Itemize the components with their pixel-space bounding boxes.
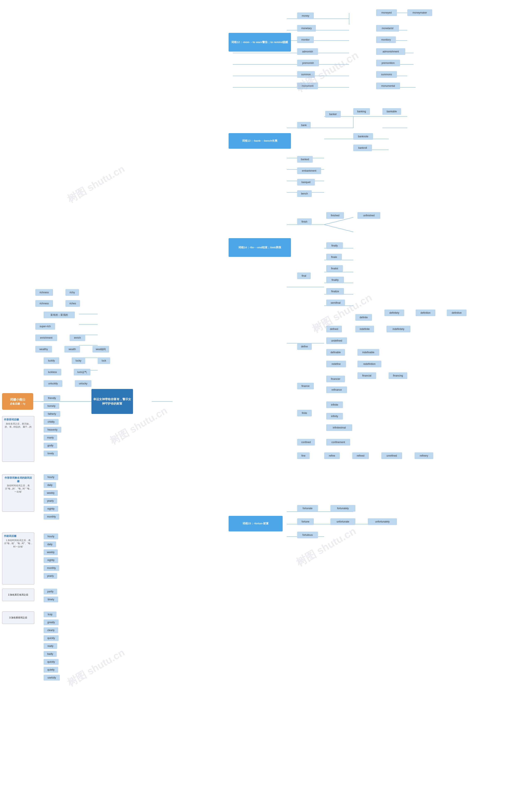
- banknote-label: banknote: [358, 135, 368, 138]
- financing-node: financing: [388, 372, 407, 379]
- root15-node: 词根15：-fortun-财富: [229, 516, 283, 531]
- unrefined-node: unrefined: [381, 453, 402, 459]
- lovely-label: lovely: [48, 452, 54, 455]
- root13-label: 词根13：-bank-→bench长凳: [242, 139, 278, 143]
- finished-label: finished: [331, 214, 339, 217]
- admonishment-label: admonishment: [383, 50, 399, 53]
- finalist-node: finalist: [326, 265, 343, 272]
- indefinite-node: indefinite: [355, 326, 374, 332]
- nightly1-node: nightly: [44, 506, 58, 512]
- root-label: 词缀小能士: [10, 397, 25, 402]
- finish-node: finish: [297, 218, 312, 225]
- finish-label: finish: [302, 220, 307, 224]
- moneymaker-label: moneymaker: [413, 11, 427, 15]
- monitory-node: monitory: [376, 36, 396, 43]
- bench-node: bench: [297, 190, 312, 197]
- indefinable-label: indefinable: [362, 351, 374, 354]
- watermark-overlay: 树图 shutu.cn 树图 shutu.cn 树图 shutu.cn 树图 s…: [0, 0, 532, 806]
- indefinitely-label: indefinitely: [393, 327, 404, 331]
- homely-label: homely: [48, 404, 56, 408]
- suffix-ly-title: 作形容词后缀: [4, 418, 19, 421]
- richy-node: richy: [65, 289, 79, 296]
- fortunate-node: fortunate: [297, 505, 318, 512]
- definitive-node: definitive: [447, 310, 467, 316]
- finance-node: finance: [297, 383, 314, 389]
- fine-node: fine: [297, 453, 310, 459]
- moneymaker-node: moneymaker: [407, 10, 432, 16]
- banking-node: banking: [353, 108, 370, 115]
- clearly-label: clearly: [48, 628, 55, 632]
- truly-node: truly: [44, 611, 57, 617]
- refinance-label: refinance: [331, 388, 342, 392]
- luckily-label: luckily: [48, 359, 55, 363]
- summon-node: summon: [297, 71, 315, 78]
- fortunately-label: fortunately: [337, 507, 349, 510]
- indefinitely-node: indefinitely: [386, 326, 411, 332]
- luck2-label: luck: [102, 359, 106, 363]
- badly-node: badly: [44, 651, 57, 657]
- finite-node: finite: [297, 410, 312, 417]
- luckless-label: luckless: [48, 370, 57, 374]
- premonish-node: premonish: [297, 60, 319, 66]
- monument-label: monument: [302, 84, 314, 88]
- fortunately-node: fortunately: [330, 505, 355, 512]
- quickly1-label: quickly: [48, 637, 55, 640]
- banker-node: banker: [325, 111, 341, 117]
- daily1-node: daily: [44, 482, 56, 488]
- bankable-node: bankable: [382, 108, 401, 115]
- bankroll-node: bankroll: [353, 145, 372, 151]
- bank-label: bank: [301, 124, 306, 127]
- financing-label: financing: [393, 374, 403, 378]
- really-node: really: [44, 643, 57, 649]
- unfortunate-node: unfortunate: [330, 518, 355, 525]
- richness2-node: richness: [35, 300, 53, 307]
- super-rich-label: super-rich: [40, 325, 51, 328]
- wealthy-label: wealthy: [39, 348, 48, 351]
- central-label: 幸运女神带给你富有，警示女神守护你的财富: [93, 397, 131, 406]
- fine-label: fine: [301, 454, 305, 458]
- enrichment-label: enrichment: [40, 336, 52, 340]
- watermark-6: 树图 shutu.cn: [65, 646, 127, 689]
- confined-label: confined: [301, 441, 311, 444]
- monumental-label: monumental: [381, 84, 395, 88]
- monetarist-node: monetarist: [376, 25, 399, 32]
- finally-label: finally: [331, 244, 338, 248]
- nightly2-label: nightly: [48, 558, 55, 562]
- richy-label: richy: [70, 291, 75, 294]
- richness2-label: richness: [39, 302, 49, 305]
- root-sublabel: 必备后缀：-ly: [10, 402, 25, 406]
- unrefined-label: unrefined: [386, 454, 397, 458]
- definition-node: definition: [416, 310, 435, 316]
- definitely-node: definitely: [384, 310, 404, 316]
- monument-node: monument: [297, 83, 318, 89]
- undefined-node: undefined: [326, 337, 347, 344]
- root12-label: 词根12：-mon-→to warn警告；to remind提醒: [231, 40, 288, 44]
- financier-label: financier: [331, 377, 340, 381]
- refinery-label: refinery: [420, 454, 428, 458]
- banked-label: banked: [301, 158, 309, 161]
- premonish-label: premonish: [302, 61, 314, 65]
- rich-desc-node: 富有的；富强的: [44, 312, 75, 318]
- friendly-label: friendly: [48, 397, 56, 400]
- semifinal-label: semifinal: [330, 301, 340, 305]
- refined-node: refined: [352, 453, 369, 459]
- infinity-node: infinity: [326, 413, 343, 420]
- infinitesimal-node: infinitesimal: [326, 424, 352, 431]
- indefinable-node: indefinable: [358, 349, 379, 356]
- usefully-node: usefully: [44, 675, 60, 681]
- wealth-node: wealth: [64, 346, 80, 352]
- finite-label: finite: [302, 411, 307, 415]
- infinite-label: infinite: [331, 403, 338, 407]
- quietly-node: quietly: [44, 667, 58, 673]
- adverb-section1: 作副词后缀 1.加在时间名词之后，表示"每...地"、"每...时"、"每...…: [2, 532, 34, 585]
- refine-label: refine: [329, 454, 335, 458]
- definitely-label: definitely: [390, 311, 399, 315]
- money-label: money: [302, 14, 309, 18]
- greatly-node: greatly: [44, 619, 59, 625]
- enrich-node: enrich: [70, 334, 85, 341]
- monthly1-label: monthly: [47, 515, 56, 518]
- lucky-label: lucky: [76, 359, 81, 363]
- root-node: 词缀小能士 必备后缀：-ly: [2, 393, 33, 410]
- refinery-node: refinery: [415, 453, 433, 459]
- root15-label: 词根15：-fortun-财富: [243, 522, 269, 526]
